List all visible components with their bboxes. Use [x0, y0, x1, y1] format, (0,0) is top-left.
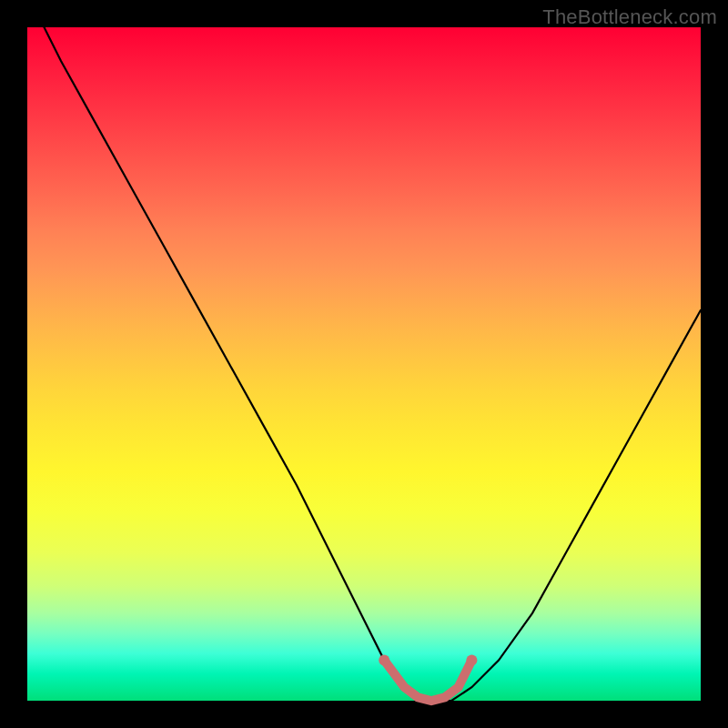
- chart-frame: TheBottleneck.com: [0, 0, 728, 728]
- highlight-dot: [379, 655, 389, 666]
- flat-highlight-path: [384, 661, 471, 701]
- chart-svg: [27, 27, 701, 701]
- curve-path: [27, 0, 701, 701]
- highlight-dot: [466, 655, 477, 666]
- flat-highlight-dots: [379, 655, 477, 666]
- watermark-text: TheBottleneck.com: [542, 5, 717, 29]
